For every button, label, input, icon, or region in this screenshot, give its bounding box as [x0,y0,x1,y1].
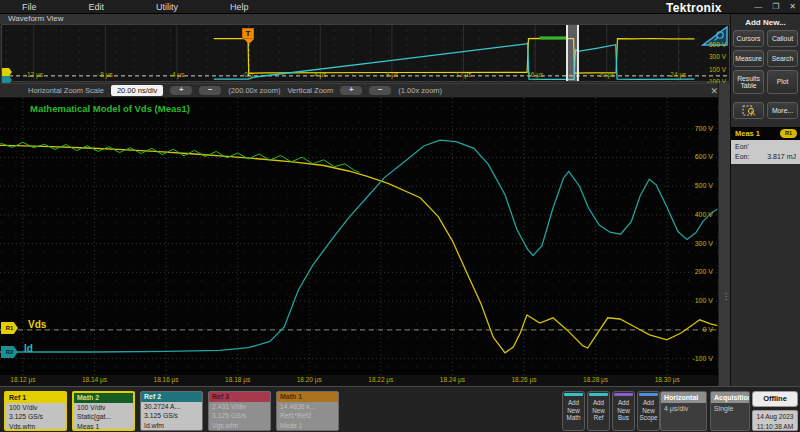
panel-splitter[interactable]: ⋮ [718,83,730,386]
badge-details: 100 V/divStatic[gat...Meas 1 [74,403,133,431]
menu-utility[interactable]: Utility [156,2,178,12]
main-time-label: 18.18 μs [225,376,250,383]
time-label: 11:10:38 AM [753,422,797,432]
menu-help[interactable]: Help [230,2,249,12]
badge-math-1[interactable]: Math 114.4836 k...Ref1*Ref2Meas 1 [276,391,339,431]
trace-Vds-R1 [0,145,717,353]
v-zoom-plus-button[interactable]: + [340,86,362,95]
badge-details: 30.2724 A...3.125 GS/sId.wfm [141,402,202,430]
badge-line: 100 V/div [77,403,133,412]
main-time-label: 18.22 μs [368,376,393,383]
meas1-value: 3.817 mJ [767,152,796,162]
overview-time-label: 12 μs [456,71,472,78]
acquisition-panel-value: Single [711,403,749,412]
results-table-button[interactable]: Results Table [733,70,764,94]
main-volt-label: 300 V [695,240,713,247]
datetime-display: 14 Aug 2023 11:10:38 AM [752,410,798,431]
menu-file[interactable]: File [22,2,37,12]
overview-plot: T -12 μs-8 μs-4 μs0.04 μs8 μs12 μs16 μs2… [1,24,730,82]
main-waveform-svg [0,98,718,375]
minimize-button[interactable]: — [754,0,762,14]
badge-ref-2[interactable]: Ref 230.2724 A...3.125 GS/sId.wfm [140,391,203,431]
plot-title: Mathematical Model of Vds (Meas1) [30,103,190,114]
cursors-button[interactable]: Cursors [733,30,764,47]
meas1-result-header[interactable]: Meas 1 R1 [731,127,800,140]
more--button[interactable]: More... [767,102,798,119]
trace-Vds-R1 [214,38,695,73]
menu-edit[interactable]: Edit [89,2,105,12]
add-new-math-button[interactable]: Add New Math [562,391,585,431]
tektronix-logo: Tektronix [666,1,722,15]
horizontal-zoom-scale-input[interactable]: 20.00 ns/div [111,85,163,96]
main-time-label: 18.24 μs [440,376,465,383]
main-time-label: 18.12 μs [10,376,35,383]
h-zoom-plus-button[interactable]: + [170,86,192,95]
offline-button[interactable]: Offline [752,391,798,407]
v-zoom-minus-button[interactable]: − [369,86,391,95]
sidebar: Add New... CursorsCalloutMeasureSearchRe… [730,14,800,386]
window-controls: —❐✕ [754,0,796,14]
add-new-ref-button[interactable]: Add New Ref [587,391,610,431]
trigger-marker[interactable]: T [242,28,255,44]
meas1-result-panel[interactable]: Eon' Eon: 3.817 mJ [731,140,800,164]
badge-ref-1[interactable]: Ref 1100 V/div3.125 GS/sVds.wfm [4,391,67,431]
add-button-label: Add New Scope [638,399,659,422]
main-volt-label: 0 V [702,326,713,333]
add-new-bus-button[interactable]: Add New Bus [612,391,635,431]
badge-line: 3.125 GS/s [9,412,65,421]
meas1-label: Meas 1 [735,129,760,138]
badge-ref-3[interactable]: Ref 32.431 V/div3.125 GS/sVgs.wfm [208,391,271,431]
badge-details: 100 V/div3.125 GS/sVds.wfm [6,403,65,431]
main-volt-label: 200 V [695,268,713,275]
main-volt-label: 700 V [695,125,713,132]
main-time-label: 18.14 μs [82,376,107,383]
close-button[interactable]: ✕ [789,0,796,14]
callout-button[interactable]: Callout [767,30,798,47]
trigger-flag-icon: T [242,28,254,39]
badge-line: Ref1*Ref2 [280,411,338,420]
id-trace-label: Id [24,343,33,354]
trace-Id-R2 [214,43,695,79]
acquisition-panel[interactable]: Acquisition Single [710,391,750,431]
search-button[interactable]: Search [767,50,798,67]
main-volt-label: 500 V [695,182,713,189]
accent-bar [564,393,583,396]
meas1-source-badge: R1 [780,129,797,138]
overview-time-label: 16 μs [527,71,543,78]
add-new-scope-button[interactable]: Add New Scope [637,391,660,431]
main-time-label: 18.30 μs [655,376,680,383]
badge-details: 14.4836 k...Ref1*Ref2Meas 1 [277,402,338,431]
zoom-window-indicator[interactable] [566,25,579,81]
badge-line: Vgs.wfm [212,421,270,430]
badge-title: Math 2 [74,393,133,403]
add-button-label: Add New Bus [613,399,634,422]
overview-time-label: 8 μs [386,71,398,78]
v-zoom-factor-label: (1.00x zoom) [398,86,442,95]
main-volt-label: 100 V [695,297,713,304]
badge-line: 2.431 V/div [212,402,270,411]
main-time-label: 18.26 μs [511,376,536,383]
vds-trace-label: Vds [28,319,46,330]
draw-a-box-icon [742,105,756,117]
add-button-label: Add New Ref [588,399,609,422]
bottom-bar: Ref 1100 V/div3.125 GS/sVds.wfmMath 2100… [0,386,800,432]
draw-a-box-button[interactable] [733,102,764,119]
badge-line: Vds.wfm [9,422,65,431]
horizontal-panel[interactable]: Horizontal 4 μs/div [660,391,707,431]
horizontal-zoom-scale-label: Horizontal Zoom Scale [28,86,104,95]
restore-button[interactable]: ❐ [772,0,779,14]
h-zoom-minus-button[interactable]: − [199,86,221,95]
badge-line: 3.125 GS/s [144,411,202,420]
plot-button[interactable]: Plot [767,70,798,94]
measure-button[interactable]: Measure [733,50,764,67]
badge-line: 3.125 GS/s [212,411,270,420]
overview-time-label: -8 μs [98,71,113,78]
overview-volt-label: 500 V [709,41,726,48]
tab-waveform-view[interactable]: Waveform View [0,14,730,24]
zoom-close-icon[interactable]: ✕ [710,86,718,96]
splitter-grip-icon: ⋮ [722,295,730,299]
badge-title: Ref 3 [209,392,270,402]
badge-math-2[interactable]: Math 2100 V/divStatic[gat...Meas 1 [72,391,135,431]
main-volt-label: 400 V [695,211,713,218]
main-time-label: 18.20 μs [297,376,322,383]
